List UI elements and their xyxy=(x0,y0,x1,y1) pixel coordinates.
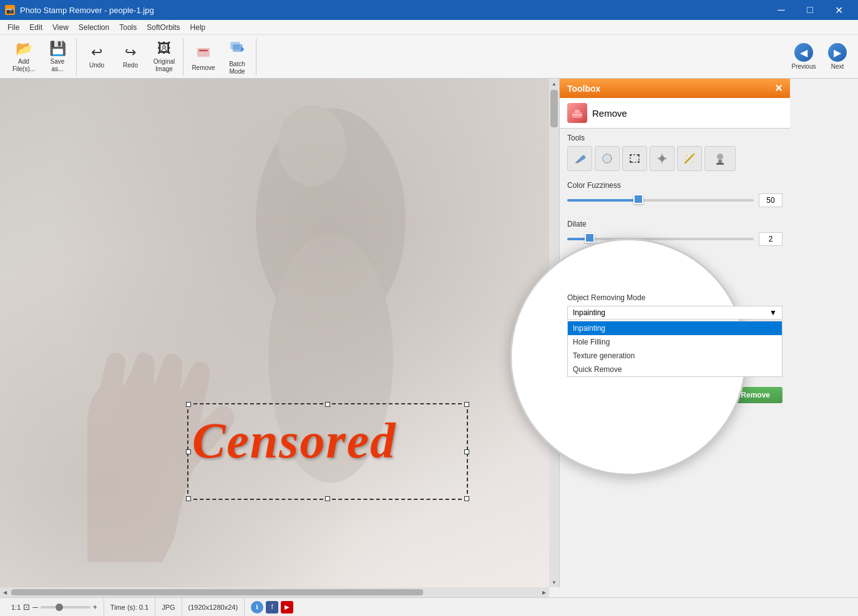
dilate-thumb[interactable] xyxy=(585,233,595,243)
menu-view[interactable]: View xyxy=(47,22,74,33)
svg-rect-14 xyxy=(630,161,631,163)
color-fuzziness-fill xyxy=(567,199,638,202)
mode-dropdown-list: Inpainting Hole Filling Texture generati… xyxy=(567,321,782,377)
batch-mode-label: BatchMode xyxy=(229,61,245,76)
scroll-down-arrow[interactable]: ▼ xyxy=(549,577,559,587)
horizontal-scrollbar[interactable]: ◀ ▶ xyxy=(0,587,549,597)
undo-label: Undo xyxy=(89,62,104,69)
current-mode-value: Inpainting xyxy=(573,308,605,317)
window-controls: ─ □ ✕ xyxy=(767,0,853,20)
zoom-fit-icon[interactable]: ⊡ xyxy=(23,602,30,612)
remove-icon xyxy=(195,42,212,63)
time-value: Time (s): 0.1 xyxy=(110,604,149,611)
add-files-icon: 📂 xyxy=(16,41,32,57)
batch-mode-icon xyxy=(228,38,246,59)
dilate-value[interactable]: 2 xyxy=(759,232,782,246)
censored-watermark: Censored xyxy=(192,413,396,469)
handle-top-middle[interactable] xyxy=(325,402,330,407)
pencil-tool-button[interactable] xyxy=(567,146,592,171)
scroll-right-arrow[interactable]: ▶ xyxy=(539,587,549,597)
svg-rect-11 xyxy=(630,155,639,162)
undo-icon: ↩ xyxy=(91,44,102,61)
svg-rect-13 xyxy=(638,154,640,156)
menu-edit[interactable]: Edit xyxy=(24,22,47,33)
remove-button[interactable]: Remove xyxy=(187,39,220,74)
handle-middle-right[interactable] xyxy=(464,449,469,454)
social-icons-group: ℹ f ▶ xyxy=(245,601,300,614)
zoom-slider-track[interactable] xyxy=(41,606,90,609)
handle-bottom-middle[interactable] xyxy=(325,496,330,501)
zoom-slider-thumb[interactable] xyxy=(56,604,63,611)
stamp-icon xyxy=(712,150,728,167)
undo-button[interactable]: ↩ Undo xyxy=(80,39,113,74)
magic-select-tool-button[interactable] xyxy=(595,146,620,171)
toolbar: 📂 AddFile(s)... 💾 Saveas... ↩ Undo ↪ Red… xyxy=(0,35,858,79)
menu-selection[interactable]: Selection xyxy=(74,22,114,33)
mode-quick-remove-item[interactable]: Quick Remove xyxy=(568,363,782,376)
handle-bottom-right[interactable] xyxy=(464,496,469,501)
mode-texture-generation-item[interactable]: Texture generation xyxy=(568,349,782,363)
rect-select-icon xyxy=(628,152,641,165)
canvas-wrapper: Censored xyxy=(0,79,549,587)
svg-point-16 xyxy=(660,156,665,161)
scroll-left-arrow[interactable]: ◀ xyxy=(0,587,10,597)
close-button[interactable]: ✕ xyxy=(824,0,853,20)
handle-middle-left[interactable] xyxy=(186,449,191,454)
canvas-image[interactable]: Censored xyxy=(0,79,549,587)
svg-point-6 xyxy=(278,105,346,187)
scroll-thumb-horizontal[interactable] xyxy=(11,589,423,595)
toolbox-header: Toolbox ✕ xyxy=(560,79,790,98)
social-icons: ℹ f ▶ xyxy=(251,601,293,614)
color-fuzziness-value[interactable]: 50 xyxy=(759,193,782,207)
zoom-minus-icon[interactable]: ─ xyxy=(32,603,38,612)
menu-file[interactable]: File xyxy=(2,22,24,33)
magic-wand-icon xyxy=(600,152,614,165)
toolbox-close-button[interactable]: ✕ xyxy=(774,82,782,94)
rect-select-tool-button[interactable] xyxy=(622,146,647,171)
batch-mode-button[interactable]: BatchMode xyxy=(221,39,253,74)
mode-dropdown[interactable]: Inpainting ▼ xyxy=(567,306,782,320)
previous-button[interactable]: ◀ Previous xyxy=(788,39,819,74)
handle-top-right[interactable] xyxy=(464,402,469,407)
original-image-button[interactable]: 🖼 OriginalImage xyxy=(148,39,180,74)
wand-tool-button[interactable] xyxy=(677,146,702,171)
minimize-button[interactable]: ─ xyxy=(767,0,796,20)
menu-help[interactable]: Help xyxy=(185,22,211,33)
gear-tool-button[interactable] xyxy=(650,146,675,171)
dilate-track[interactable] xyxy=(567,238,754,240)
youtube-icon[interactable]: ▶ xyxy=(281,601,293,614)
add-files-button[interactable]: 📂 AddFile(s)... xyxy=(7,39,40,74)
redo-button[interactable]: ↪ Redo xyxy=(114,39,147,74)
menu-softorbits[interactable]: SoftOrbits xyxy=(142,22,185,33)
mode-hole-filling-item[interactable]: Hole Filling xyxy=(568,335,782,349)
dimensions-value: (1920x1280x24) xyxy=(188,604,238,611)
maximize-button[interactable]: □ xyxy=(796,0,824,20)
svg-rect-8 xyxy=(575,110,580,113)
mode-inpainting-item[interactable]: Inpainting xyxy=(568,321,782,335)
info-icon[interactable]: ℹ xyxy=(251,601,263,614)
scroll-up-arrow[interactable]: ▲ xyxy=(549,79,559,89)
color-fuzziness-label: Color Fuzziness xyxy=(567,181,782,190)
menu-tools[interactable]: Tools xyxy=(114,22,142,33)
save-as-icon: 💾 xyxy=(49,41,66,57)
original-image-icon: 🖼 xyxy=(157,41,171,57)
scroll-thumb-vertical[interactable] xyxy=(550,90,558,127)
title-bar-left: 📷 Photo Stamp Remover - people-1.jpg xyxy=(5,5,154,15)
handle-top-left[interactable] xyxy=(186,402,191,407)
svg-rect-24 xyxy=(716,163,724,165)
svg-rect-0 xyxy=(197,48,210,57)
color-fuzziness-track[interactable] xyxy=(567,199,754,202)
tool-buttons-row xyxy=(567,146,782,171)
next-label: Next xyxy=(831,63,844,70)
remove-label: Remove xyxy=(192,64,215,72)
color-fuzziness-thumb[interactable] xyxy=(633,194,643,204)
zoom-plus-icon[interactable]: + xyxy=(93,603,97,612)
next-button[interactable]: ▶ Next xyxy=(822,39,853,74)
toolbar-file-group: 📂 AddFile(s)... 💾 Saveas... xyxy=(5,38,77,76)
svg-point-21 xyxy=(685,159,686,160)
save-as-button[interactable]: 💾 Saveas... xyxy=(41,39,74,74)
facebook-icon[interactable]: f xyxy=(266,601,278,614)
stamp-tool-button[interactable] xyxy=(704,146,736,171)
magic-wand2-icon xyxy=(683,152,696,165)
handle-bottom-left[interactable] xyxy=(186,496,191,501)
